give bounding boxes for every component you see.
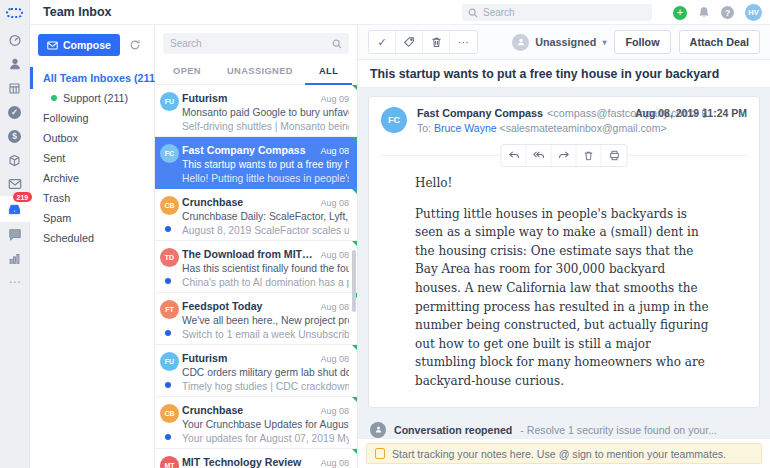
tab-all[interactable]: ALL xyxy=(319,58,338,85)
message-action-bar xyxy=(369,144,759,168)
reply-icon[interactable] xyxy=(502,145,527,166)
board-icon[interactable] xyxy=(0,76,30,100)
conversation-subject: This startup wants to put a free tiny ho… xyxy=(358,60,770,88)
sidebar-item-support[interactable]: Support (211) xyxy=(30,88,154,108)
notes-input[interactable]: Start tracking your notes here. Use @ si… xyxy=(366,443,762,464)
list-search[interactable] xyxy=(163,33,349,54)
email-list-item[interactable]: TD The Download from MIT T...Aug 08 Has … xyxy=(155,241,357,293)
unread-dot xyxy=(165,382,171,388)
attach-deal-button[interactable]: Attach Deal xyxy=(679,30,760,54)
unread-dot xyxy=(165,278,171,284)
conversation-events: Conversation reopened - Resolve 1 securi… xyxy=(370,418,758,438)
page-title: Team Inbox xyxy=(43,5,112,19)
top-header: Team Inbox + ? HV xyxy=(30,0,770,25)
delete-button[interactable] xyxy=(423,31,450,53)
more-apps-icon[interactable]: ⋯ xyxy=(0,270,30,294)
sidebar-item-all-team-inboxes[interactable]: All Team Inboxes (211) xyxy=(30,68,154,88)
sidebar-item-spam[interactable]: Spam xyxy=(30,208,154,228)
email-list-item[interactable]: FU FuturismAug 09 Monsanto paid Google t… xyxy=(155,85,357,137)
assignee-dropdown[interactable]: Unassigned ▾ xyxy=(512,34,606,51)
reply-all-icon[interactable] xyxy=(527,145,552,166)
app-rail: ✓ $ 219 ⋯ xyxy=(0,0,30,468)
message-sender-avatar: FC xyxy=(381,107,407,133)
email-list-item[interactable]: FT Feedspot TodayAug 08 We've all been h… xyxy=(155,293,357,345)
search-icon xyxy=(332,39,342,49)
resolve-check-button[interactable]: ✓ xyxy=(369,31,396,53)
sender-avatar: FU xyxy=(160,92,179,111)
unread-dot xyxy=(165,434,171,440)
email-list-item[interactable]: MT MIT Technology ReviewAug 08 xyxy=(155,449,357,468)
message-body: Hello! Putting little houses in people's… xyxy=(369,172,759,407)
sender-avatar: TD xyxy=(160,248,179,267)
conversation-body: FC Fast Company Compass <compass@fastcom… xyxy=(358,88,770,438)
inbox-count-badge: 219 xyxy=(13,192,33,202)
follow-button[interactable]: Follow xyxy=(614,30,670,54)
tasks-icon[interactable]: ✓ xyxy=(0,100,30,124)
quick-add-button[interactable]: + xyxy=(673,6,687,20)
conversation-toolbar: ✓ ⋯ Unassigned ▾ Follow Attach Deal xyxy=(358,25,770,60)
sidebar-item-trash[interactable]: Trash xyxy=(30,188,154,208)
sidebar-item-sent[interactable]: Sent xyxy=(30,148,154,168)
delete-message-icon[interactable] xyxy=(577,145,602,166)
list-scrollbar[interactable] xyxy=(352,250,356,312)
salesmate-logo-icon[interactable] xyxy=(6,8,23,18)
global-search[interactable] xyxy=(462,4,652,21)
conversation-panel: ✓ ⋯ Unassigned ▾ Follow Attach Deal This… xyxy=(358,25,770,468)
dashboard-icon[interactable] xyxy=(0,28,30,52)
message-date: Aug 08, 2019 11:24 PM xyxy=(635,107,747,134)
sidebar-item-outbox[interactable]: Outbox xyxy=(30,128,154,148)
search-icon xyxy=(468,8,478,18)
unread-dot xyxy=(165,330,171,336)
sidebar-item-archive[interactable]: Archive xyxy=(30,168,154,188)
contacts-icon[interactable] xyxy=(0,52,30,76)
notifications-bell-icon[interactable] xyxy=(698,6,710,19)
sidebar-item-following[interactable]: Following xyxy=(30,108,154,128)
email-list-item[interactable]: CB CrunchbaseAug 08 Crunchbase Daily: Sc… xyxy=(155,189,357,241)
sidebar-item-scheduled[interactable]: Scheduled xyxy=(30,228,154,248)
email-list-item[interactable]: FU FuturismAug 08 CDC orders military ge… xyxy=(155,345,357,397)
compose-envelope-icon xyxy=(47,41,58,50)
sender-avatar: CB xyxy=(160,196,179,215)
support-status-dot xyxy=(51,95,57,101)
user-avatar[interactable]: HV xyxy=(745,4,762,21)
help-icon[interactable]: ? xyxy=(721,6,734,19)
email-list-item-selected[interactable]: FC Fast Company CompassAug 08 This start… xyxy=(155,137,357,189)
email-message-card: FC Fast Company Compass <compass@fastcom… xyxy=(368,96,760,408)
more-actions-button[interactable]: ⋯ xyxy=(450,31,477,53)
sync-icon[interactable] xyxy=(129,39,141,51)
notes-placeholder: Start tracking your notes here. Use @ si… xyxy=(392,448,726,460)
sender-avatar: FU xyxy=(160,352,179,371)
sender-avatar: MT xyxy=(160,456,179,468)
event-user-avatar xyxy=(370,422,386,438)
inbox-sidebar: Compose All Team Inboxes (211) Support (… xyxy=(30,25,155,468)
tab-open[interactable]: OPEN xyxy=(173,58,201,85)
recipient-name-link[interactable]: Bruce Wayne xyxy=(434,122,497,134)
notes-footer: Start tracking your notes here. Use @ si… xyxy=(358,438,770,468)
list-tabs: OPEN UNASSIGNED ALL xyxy=(155,58,357,85)
email-list-item[interactable]: CB CrunchbaseAug 08 Your Crunchbase Upda… xyxy=(155,397,357,449)
note-icon xyxy=(375,448,385,459)
chat-icon[interactable] xyxy=(0,222,30,246)
sender-avatar: FC xyxy=(160,144,179,163)
sender-avatar: CB xyxy=(160,404,179,423)
unread-dot xyxy=(165,226,171,232)
print-icon[interactable] xyxy=(602,145,627,166)
forward-icon[interactable] xyxy=(552,145,577,166)
list-search-input[interactable] xyxy=(170,38,332,49)
deals-icon[interactable]: $ xyxy=(0,124,30,148)
tag-button[interactable] xyxy=(396,31,423,53)
tab-unassigned[interactable]: UNASSIGNED xyxy=(227,58,293,85)
message-sender-name: Fast Company Compass xyxy=(417,107,543,119)
event-reopened: Conversation reopened - Resolve 1 securi… xyxy=(370,418,758,438)
team-inbox-icon[interactable]: 219 xyxy=(0,196,30,222)
reports-icon[interactable] xyxy=(0,246,30,270)
products-icon[interactable] xyxy=(0,148,30,172)
assignee-avatar-icon xyxy=(512,34,529,51)
sender-avatar: FT xyxy=(160,300,179,319)
chevron-down-icon: ▾ xyxy=(602,38,606,47)
global-search-input[interactable] xyxy=(483,7,646,18)
folder-list: All Team Inboxes (211) Support (211) Fol… xyxy=(30,68,154,248)
compose-button[interactable]: Compose xyxy=(38,34,120,56)
email-list-panel: OPEN UNASSIGNED ALL FU FuturismAug 09 Mo… xyxy=(155,25,358,468)
